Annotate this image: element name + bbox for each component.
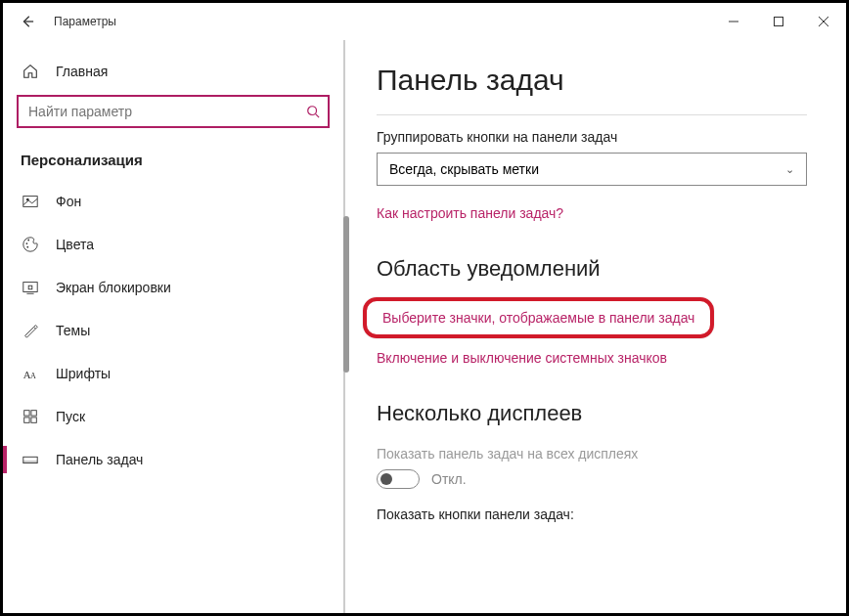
start-icon — [21, 407, 40, 426]
svg-rect-0 — [775, 18, 783, 26]
search-field[interactable] — [28, 104, 306, 119]
svg-point-1 — [308, 107, 317, 115]
page-title: Панель задач — [377, 64, 819, 97]
show-buttons-label: Показать кнопки панели задач: — [377, 506, 819, 522]
section-notification-area: Область уведомлений — [377, 256, 819, 282]
close-button[interactable] — [801, 6, 846, 37]
minimize-button[interactable] — [711, 6, 756, 37]
sidebar-item-label: Шрифты — [56, 366, 111, 381]
sidebar-home[interactable]: Главная — [3, 52, 343, 91]
palette-icon — [21, 235, 40, 254]
window-title: Параметры — [54, 15, 116, 28]
svg-rect-7 — [23, 283, 37, 292]
fonts-icon: AA — [21, 364, 40, 383]
sidebar-home-label: Главная — [56, 64, 108, 79]
group-buttons-label: Группировать кнопки на панели задач — [377, 129, 819, 145]
sidebar-category: Персонализация — [3, 142, 343, 180]
sidebar-item-label: Цвета — [56, 237, 94, 252]
group-buttons-dropdown[interactable]: Всегда, скрывать метки ⌄ — [377, 153, 807, 186]
svg-rect-13 — [24, 418, 29, 422]
sidebar-item-label: Панель задач — [56, 452, 143, 467]
dropdown-value: Всегда, скрывать метки — [389, 161, 539, 177]
divider — [377, 114, 807, 115]
svg-rect-8 — [28, 286, 32, 289]
svg-rect-14 — [31, 418, 36, 422]
sidebar-item-picture[interactable]: Фон — [3, 180, 343, 223]
picture-icon — [21, 192, 40, 211]
sidebar-item-label: Экран блокировки — [56, 280, 171, 295]
taskbar-icon — [21, 450, 40, 469]
toggle-knob — [380, 473, 392, 485]
svg-point-5 — [27, 240, 29, 242]
multi-display-toggle[interactable] — [377, 469, 420, 489]
select-taskbar-icons-link[interactable]: Выберите значки, отображаемые в панели з… — [382, 310, 694, 326]
sidebar-item-fonts[interactable]: AAШрифты — [3, 352, 343, 395]
sidebar-item-taskbar[interactable]: Панель задач — [3, 438, 343, 481]
svg-point-6 — [26, 246, 28, 248]
sidebar-item-label: Фон — [56, 194, 81, 209]
svg-rect-11 — [24, 411, 29, 416]
search-icon — [306, 105, 320, 118]
multi-display-label: Показать панель задач на всех дисплеях — [377, 446, 819, 462]
sidebar-item-lockscreen[interactable]: Экран блокировки — [3, 266, 343, 309]
help-link[interactable]: Как настроить панели задач? — [377, 205, 819, 221]
lockscreen-icon — [21, 278, 40, 297]
chevron-down-icon: ⌄ — [785, 163, 794, 176]
scrollbar-thumb[interactable] — [343, 216, 349, 373]
back-button[interactable] — [17, 11, 38, 32]
home-icon — [21, 62, 40, 81]
system-icons-link[interactable]: Включение и выключение системных значков — [377, 350, 819, 366]
svg-rect-12 — [31, 411, 36, 416]
toggle-state-label: Откл. — [431, 471, 467, 487]
maximize-button[interactable] — [756, 6, 801, 37]
section-multiple-displays: Несколько дисплеев — [377, 401, 819, 426]
svg-rect-16 — [23, 461, 37, 463]
svg-point-4 — [26, 242, 28, 244]
sidebar-scrollbar[interactable] — [343, 40, 349, 613]
sidebar-item-themes[interactable]: Темы — [3, 309, 343, 352]
themes-icon — [21, 321, 40, 340]
search-input[interactable] — [17, 95, 330, 128]
sidebar-item-label: Пуск — [56, 409, 85, 424]
sidebar-item-label: Темы — [56, 323, 90, 338]
highlight-annotation: Выберите значки, отображаемые в панели з… — [363, 297, 714, 338]
sidebar-item-start[interactable]: Пуск — [3, 395, 343, 438]
sidebar-item-palette[interactable]: Цвета — [3, 223, 343, 266]
svg-text:A: A — [30, 372, 36, 380]
